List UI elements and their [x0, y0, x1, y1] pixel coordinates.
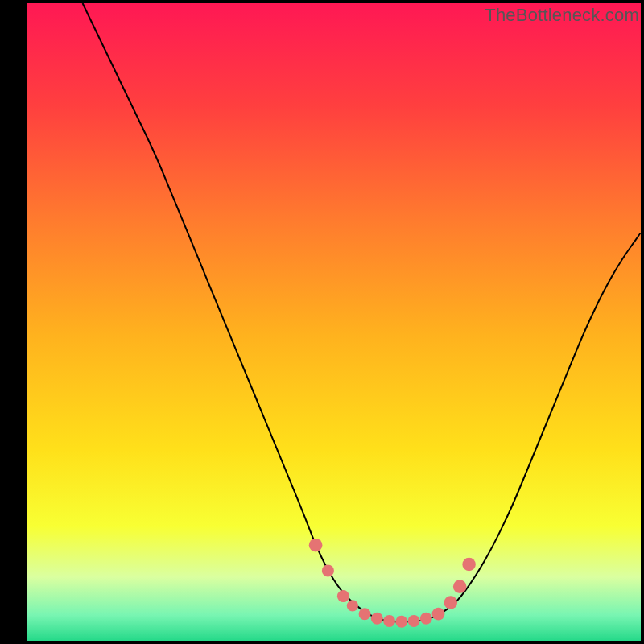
marker-point — [453, 580, 467, 593]
marker-point — [309, 539, 323, 552]
marker-point — [432, 608, 445, 621]
watermark-text: TheBottleneck.com — [485, 5, 639, 26]
marker-point — [322, 564, 334, 576]
marker-point — [359, 608, 371, 620]
marker-point — [408, 615, 420, 627]
marker-point — [395, 616, 407, 628]
marker-point — [383, 615, 395, 627]
optimal-markers — [27, 3, 641, 641]
chart-container: TheBottleneck.com — [0, 0, 644, 644]
marker-point — [462, 558, 476, 572]
marker-point — [347, 600, 358, 611]
marker-point — [420, 613, 432, 625]
plot-area — [27, 3, 641, 641]
marker-point — [371, 613, 383, 625]
marker-point — [444, 596, 458, 609]
marker-point — [337, 590, 349, 602]
